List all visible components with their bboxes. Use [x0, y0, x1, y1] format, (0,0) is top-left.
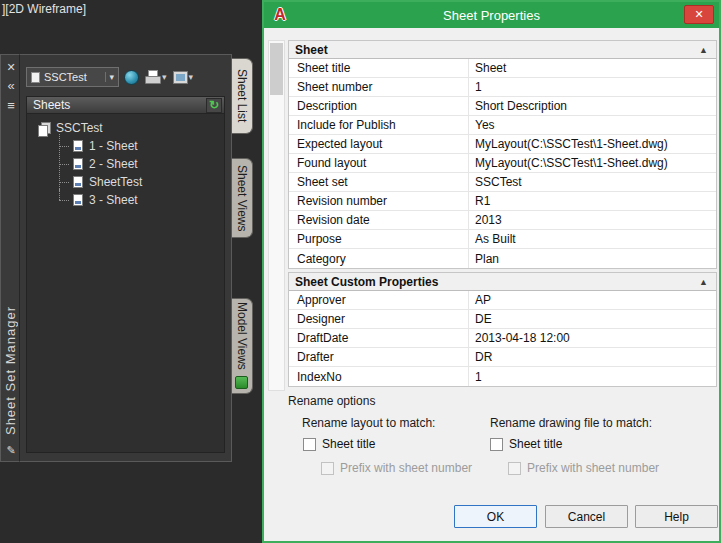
property-row: Sheet setSSCTest: [289, 173, 716, 192]
chevron-down-icon[interactable]: ▾: [162, 72, 167, 82]
sheet-icon: [73, 158, 83, 170]
help-button[interactable]: Help: [635, 505, 718, 528]
tree-item-label: 2 - Sheet: [89, 157, 138, 171]
property-label: Category: [289, 249, 469, 268]
tree-item-1-sheet[interactable]: 1 - Sheet: [53, 137, 222, 155]
rename-file-heading: Rename drawing file to match:: [490, 416, 652, 430]
property-row: Revision date2013: [289, 211, 716, 230]
property-row: Include for PublishYes: [289, 116, 716, 135]
property-section-custom: Sheet Custom Properties ▲ ApproverAP Des…: [288, 272, 717, 387]
tree-root-item[interactable]: SSCTest: [29, 119, 222, 137]
sheet-properties-dialog: A Sheet Properties ✕ Sheet ▲ Sheet title…: [262, 0, 721, 543]
property-value[interactable]: 1: [469, 78, 716, 96]
property-value[interactable]: 1: [469, 367, 716, 386]
property-value[interactable]: Sheet: [469, 59, 716, 77]
palette-title: Sheet Set Manager: [3, 306, 18, 435]
sheet-selection-button[interactable]: ▾: [172, 67, 195, 87]
plot-button[interactable]: ▾: [144, 67, 168, 87]
close-icon[interactable]: ✕: [684, 5, 714, 24]
publish-button[interactable]: [123, 67, 140, 87]
tree-item-2-sheet[interactable]: 2 - Sheet: [53, 155, 222, 173]
tree-item-sheettest[interactable]: SheetTest: [53, 173, 222, 191]
sheet-set-icon: [31, 72, 40, 83]
chevron-down-icon[interactable]: ▾: [105, 72, 114, 82]
property-value[interactable]: Short Description: [469, 97, 716, 115]
palette-toolbar: SSCTest ▾ ▾ ▾: [26, 67, 225, 87]
sheet-set-combo-value: SSCTest: [44, 71, 101, 83]
property-label: Purpose: [289, 230, 469, 248]
property-row: DrafterDR: [289, 348, 716, 367]
property-value[interactable]: R1: [469, 192, 716, 210]
property-label: Sheet set: [289, 173, 469, 191]
property-row: DesignerDE: [289, 310, 716, 329]
sheet-set-combo[interactable]: SSCTest ▾: [26, 67, 119, 87]
property-label: Description: [289, 97, 469, 115]
autohide-icon[interactable]: «: [1, 79, 21, 93]
section-header-sheet[interactable]: Sheet ▲: [289, 41, 716, 59]
checkbox-row-file-prefix: Prefix with sheet number: [508, 461, 659, 475]
property-value[interactable]: 2013: [469, 211, 716, 229]
checkbox-icon: [321, 462, 334, 475]
checkbox-row-layout-prefix: Prefix with sheet number: [321, 461, 472, 475]
checkbox-row-file-sheet-title[interactable]: Sheet title: [490, 437, 562, 451]
dialog-title: Sheet Properties: [443, 8, 540, 23]
dialog-titlebar: A Sheet Properties ✕: [264, 2, 719, 28]
tree-item-3-sheet[interactable]: 3 - Sheet: [53, 191, 222, 209]
palette-properties-icon[interactable]: ≡: [1, 99, 21, 113]
section-header-label: Sheet: [295, 43, 328, 57]
sheet-icon: [73, 194, 83, 206]
tree-item-label: 3 - Sheet: [89, 193, 138, 207]
ok-button[interactable]: OK: [454, 505, 537, 528]
property-value[interactable]: AP: [469, 291, 716, 309]
property-value[interactable]: DR: [469, 348, 716, 366]
sheet-selection-icon: [173, 71, 188, 84]
section-header-custom[interactable]: Sheet Custom Properties ▲: [289, 273, 716, 291]
plot-icon: [145, 70, 161, 84]
property-value: MyLayout(C:\SSCTest\1-Sheet.dwg): [469, 135, 716, 153]
sheet-icon: [73, 176, 83, 188]
palette-tab-strip: Sheet List Sheet Views Model Views: [232, 54, 254, 462]
model-views-icon: [235, 376, 248, 389]
property-label: Revision number: [289, 192, 469, 210]
checkbox-label: Sheet title: [509, 437, 562, 451]
section-header-label: Sheet Custom Properties: [295, 275, 438, 289]
checkbox-label: Sheet title: [322, 437, 375, 451]
cancel-button[interactable]: Cancel: [545, 505, 628, 528]
dialog-scrollbar[interactable]: [268, 40, 285, 391]
checkbox-icon[interactable]: [490, 438, 503, 451]
property-label: Drafter: [289, 348, 469, 366]
property-label: Sheet number: [289, 78, 469, 96]
property-section-sheet: Sheet ▲ Sheet titleSheet Sheet number1 D…: [288, 40, 717, 269]
tab-model-views-label: Model Views: [235, 302, 249, 370]
checkbox-row-layout-sheet-title[interactable]: Sheet title: [303, 437, 375, 451]
property-row: Revision numberR1: [289, 192, 716, 211]
palette-titlebar: ✕ « ≡ Sheet Set Manager ✎: [0, 54, 20, 462]
chevron-down-icon[interactable]: ▾: [189, 72, 194, 82]
property-row: Sheet number1: [289, 78, 716, 97]
property-label: Sheet title: [289, 59, 469, 77]
tab-model-views[interactable]: Model Views: [232, 298, 253, 394]
tab-sheet-list[interactable]: Sheet List: [232, 58, 253, 134]
property-label: Revision date: [289, 211, 469, 229]
viewport-controls-label[interactable]: ][2D Wireframe]: [2, 2, 86, 16]
property-row: IndexNo1: [289, 367, 716, 386]
tree-item-label: 1 - Sheet: [89, 139, 138, 153]
collapse-arrow-icon[interactable]: ▲: [699, 277, 708, 287]
palette-close-icon[interactable]: ✕: [1, 60, 21, 74]
property-row: ApproverAP: [289, 291, 716, 310]
tab-sheet-views[interactable]: Sheet Views: [232, 158, 253, 238]
pencil-icon[interactable]: ✎: [1, 443, 21, 457]
scrollbar-thumb[interactable]: [270, 43, 283, 95]
property-label: Approver: [289, 291, 469, 309]
sheet-icon: [73, 140, 83, 152]
property-value[interactable]: As Built: [469, 230, 716, 248]
checkbox-icon[interactable]: [303, 438, 316, 451]
refresh-icon[interactable]: ↻: [206, 98, 222, 113]
property-value[interactable]: Plan: [469, 249, 716, 268]
property-value[interactable]: Yes: [469, 116, 716, 134]
property-value[interactable]: DE: [469, 310, 716, 328]
property-row: PurposeAs Built: [289, 230, 716, 249]
collapse-arrow-icon[interactable]: ▲: [699, 45, 708, 55]
sheet-set-manager-palette: ✕ « ≡ Sheet Set Manager ✎ SSCTest ▾ ▾: [0, 54, 254, 462]
property-value[interactable]: 2013-04-18 12:00: [469, 329, 716, 347]
